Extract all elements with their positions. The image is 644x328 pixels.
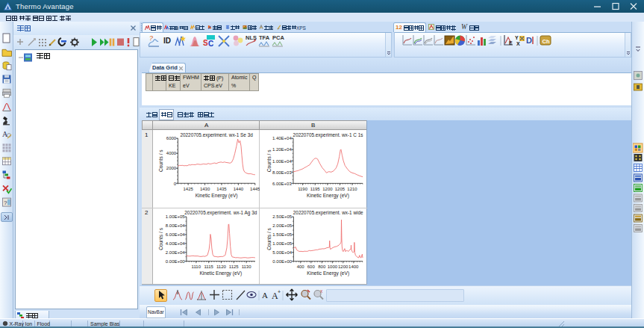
svg-text:8.00E+03: 8.00E+03	[272, 170, 293, 175]
svg-text:ID: ID	[163, 37, 171, 45]
svg-text:6.00E+04: 6.00E+04	[166, 232, 186, 237]
svg-text:?: ?	[4, 199, 7, 206]
svg-text:1125: 1125	[229, 264, 240, 269]
svg-text:2.00E+04: 2.00E+04	[166, 250, 186, 255]
svg-text:S: S	[203, 39, 208, 47]
svg-text:X: X	[516, 41, 520, 46]
svg-text:A: A	[262, 291, 268, 300]
svg-text:?: ?	[149, 34, 153, 42]
svg-text:6.00E+03: 6.00E+03	[272, 182, 293, 186]
svg-text:1200: 1200	[322, 187, 333, 191]
svg-text:Ion: Ion	[25, 321, 33, 327]
svg-text:2.50E+05: 2.50E+05	[272, 214, 293, 219]
svg-text:x: x	[320, 288, 323, 294]
svg-text:+: +	[278, 289, 281, 294]
svg-text:1430: 1430	[200, 187, 210, 191]
svg-text:Kinetic Energy (eV): Kinetic Energy (eV)	[307, 193, 349, 199]
svg-text:4.00E+04: 4.00E+04	[166, 241, 186, 246]
svg-text:Kinetic Energy (eV): Kinetic Energy (eV)	[196, 193, 238, 199]
svg-text:800: 800	[318, 264, 326, 269]
svg-text:5.00E+04: 5.00E+04	[272, 250, 293, 255]
svg-text:600: 600	[307, 264, 316, 269]
svg-text:Counts / s: Counts / s	[158, 149, 163, 172]
svg-text:20220705.experiment. wx-1 wide: 20220705.experiment. wx-1 wide	[293, 210, 363, 216]
svg-text:6000: 6000	[166, 136, 177, 140]
svg-text:1110: 1110	[192, 264, 201, 269]
svg-text:1445: 1445	[250, 187, 260, 191]
svg-text:2000: 2000	[166, 166, 177, 170]
svg-text:1400: 1400	[348, 264, 359, 269]
svg-text:Kinetic Energy (eV): Kinetic Energy (eV)	[307, 270, 349, 276]
svg-text:C: C	[208, 40, 213, 48]
svg-text:1190: 1190	[298, 187, 308, 191]
svg-text:1130: 1130	[242, 264, 252, 269]
svg-text:1.00E+04: 1.00E+04	[272, 159, 293, 164]
svg-text:Counts / s: Counts / s	[159, 227, 164, 250]
svg-text:Kinetic Energy (eV): Kinetic Energy (eV)	[199, 270, 242, 276]
svg-text:1205: 1205	[335, 187, 346, 191]
svg-text:1.00E+05: 1.00E+05	[272, 241, 293, 246]
svg-text:1200: 1200	[338, 264, 348, 269]
svg-text:1.50E+05: 1.50E+05	[272, 232, 293, 237]
svg-text:20220705.experiment. wx-1 Ag 3: 20220705.experiment. wx-1 Ag 3d	[184, 210, 257, 216]
svg-text:4000: 4000	[166, 151, 177, 155]
svg-text:0.00E+00: 0.00E+00	[272, 259, 293, 264]
svg-text:1120: 1120	[216, 264, 227, 269]
svg-text:Flood: Flood	[37, 321, 51, 327]
svg-text:1435: 1435	[216, 187, 227, 191]
svg-text:8.00E+04: 8.00E+04	[166, 223, 186, 228]
svg-text:E: E	[509, 40, 513, 46]
svg-text:0.00E+00: 0.00E+00	[166, 259, 186, 264]
svg-text:1.20E+04: 1.20E+04	[272, 147, 293, 152]
svg-text:2.00E+05: 2.00E+05	[272, 223, 293, 228]
svg-text:1195: 1195	[310, 187, 321, 191]
svg-text:TFA: TFA	[259, 34, 270, 41]
svg-text:Y: Y	[515, 35, 519, 40]
svg-text:1.00E+05: 1.00E+05	[166, 214, 186, 219]
svg-text:20220705.experiment. wx-1 Se 3: 20220705.experiment. wx-1 Se 3d	[180, 132, 253, 138]
svg-text:1210: 1210	[347, 187, 357, 191]
svg-text:PCA: PCA	[272, 34, 284, 41]
svg-text:20220705.experiment. wx-1 C 1s: 20220705.experiment. wx-1 C 1s	[293, 132, 363, 138]
svg-text:Counts / s: Counts / s	[267, 227, 272, 250]
svg-text:1440: 1440	[234, 187, 244, 191]
svg-text:400: 400	[297, 264, 305, 269]
svg-text:1425: 1425	[184, 187, 194, 191]
svg-text:Ch: Ch	[543, 38, 550, 45]
svg-text:1.40E+04: 1.40E+04	[272, 136, 293, 140]
svg-text:Counts / s: Counts / s	[267, 149, 272, 172]
svg-text:D: D	[526, 36, 532, 45]
svg-text:1000: 1000	[328, 264, 338, 269]
svg-text:1115: 1115	[204, 264, 213, 269]
